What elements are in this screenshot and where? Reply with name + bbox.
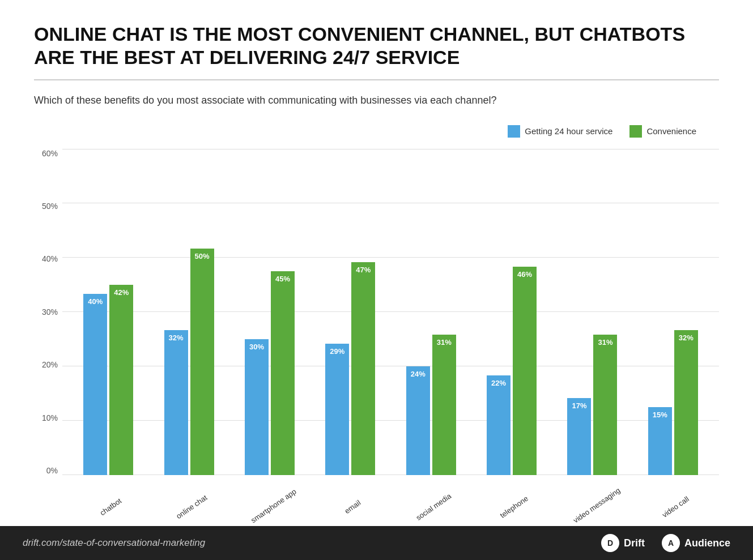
bar-pair: 32%50% <box>164 249 214 475</box>
x-axis-label: online chat <box>169 489 215 525</box>
bar-blue: 40% <box>83 294 107 475</box>
bar-blue: 22% <box>487 375 510 475</box>
main-content: ONLINE CHAT IS THE MOST CONVENIENT CHANN… <box>0 0 753 526</box>
bar-green: 50% <box>190 249 214 475</box>
bar-label-green: 50% <box>190 252 214 260</box>
bar-blue: 29% <box>325 344 349 475</box>
x-axis-label: chatbot <box>88 489 134 525</box>
bar-label-blue: 15% <box>648 411 672 419</box>
bar-green: 47% <box>351 262 375 475</box>
bar-pair: 22%46% <box>487 267 537 475</box>
legend-item-blue: Getting 24 hour service <box>508 125 612 138</box>
bar-blue: 30% <box>245 339 269 475</box>
bar-label-blue: 30% <box>245 343 269 351</box>
bar-label-green: 46% <box>513 270 537 279</box>
bar-label-blue: 32% <box>164 334 188 342</box>
x-axis-label: social media <box>411 489 457 525</box>
bar-label-green: 32% <box>674 334 698 342</box>
x-axis-label: email <box>330 489 376 525</box>
chart-area: Getting 24 hour service Convenience 60%5… <box>34 125 719 515</box>
footer-logos: D Drift A Audience <box>601 534 730 552</box>
drift-logo-icon: D <box>601 534 619 552</box>
audience-logo-icon: A <box>662 534 680 552</box>
legend-label-green: Convenience <box>646 126 696 136</box>
x-axis-label: smartphone app <box>249 489 295 525</box>
bar-group: 32%50% <box>164 249 214 475</box>
bar-label-blue: 17% <box>567 401 591 410</box>
bar-label-green: 47% <box>351 266 375 274</box>
subtitle: Which of these benefits do you most asso… <box>34 93 719 108</box>
bar-label-green: 42% <box>109 288 133 297</box>
y-axis: 60%50%40%30%20%10%0% <box>34 143 62 515</box>
audience-logo-text: Audience <box>684 537 730 549</box>
legend-label-blue: Getting 24 hour service <box>525 126 612 136</box>
y-axis-label: 60% <box>34 149 62 158</box>
bar-group: 40%42% <box>83 285 133 475</box>
legend-box-green <box>629 125 642 138</box>
page-title: ONLINE CHAT IS THE MOST CONVENIENT CHANN… <box>34 23 719 69</box>
y-axis-label: 40% <box>34 254 62 263</box>
bar-green: 46% <box>513 267 537 475</box>
bar-pair: 15%32% <box>648 330 698 475</box>
y-axis-label: 30% <box>34 307 62 317</box>
x-labels: chatbotonline chatsmartphone appemailsoc… <box>62 475 719 515</box>
y-axis-label: 0% <box>34 466 62 475</box>
footer-url: drift.com/state-of-conversational-market… <box>23 537 205 549</box>
bar-pair: 30%45% <box>245 271 295 475</box>
bar-label-blue: 24% <box>406 370 430 378</box>
chart-body: 40%42%32%50%30%45%29%47%24%31%22%46%17%3… <box>62 143 719 515</box>
legend-box-blue <box>508 125 520 138</box>
bar-pair: 40%42% <box>83 285 133 475</box>
x-axis-label: video messaging <box>572 489 618 525</box>
bar-group: 17%31% <box>567 335 617 475</box>
bar-green: 32% <box>674 330 698 475</box>
footer: drift.com/state-of-conversational-market… <box>0 526 753 560</box>
y-axis-label: 50% <box>34 202 62 211</box>
bar-green: 42% <box>109 285 133 475</box>
x-axis-label: video call <box>653 489 699 525</box>
bar-label-blue: 40% <box>83 297 107 306</box>
bar-group: 15%32% <box>648 330 698 475</box>
chart-container: 60%50%40%30%20%10%0% 40%42%32%50%30%45%2… <box>34 143 719 515</box>
audience-logo: A Audience <box>662 534 730 552</box>
bar-label-green: 45% <box>271 275 295 283</box>
bar-pair: 17%31% <box>567 335 617 475</box>
bar-blue: 15% <box>648 407 672 475</box>
bar-green: 31% <box>432 335 456 475</box>
bar-label-blue: 29% <box>325 347 349 356</box>
legend-item-green: Convenience <box>629 125 696 138</box>
bar-label-green: 31% <box>593 338 617 347</box>
bar-pair: 24%31% <box>406 335 456 475</box>
divider <box>34 79 719 80</box>
bar-label-green: 31% <box>432 338 456 347</box>
bar-group: 30%45% <box>245 271 295 475</box>
chart-legend: Getting 24 hour service Convenience <box>508 125 696 138</box>
bar-label-blue: 22% <box>487 379 510 387</box>
bar-group: 29%47% <box>325 262 375 475</box>
bar-green: 31% <box>593 335 617 475</box>
bars-area: 40%42%32%50%30%45%29%47%24%31%22%46%17%3… <box>62 149 719 475</box>
x-axis-label: telephone <box>491 489 537 525</box>
bar-group: 24%31% <box>406 335 456 475</box>
bar-green: 45% <box>271 271 295 475</box>
bar-blue: 24% <box>406 366 430 475</box>
y-axis-label: 20% <box>34 360 62 369</box>
bar-blue: 17% <box>567 398 591 475</box>
drift-logo: D Drift <box>601 534 645 552</box>
bar-group: 22%46% <box>487 267 537 475</box>
bar-pair: 29%47% <box>325 262 375 475</box>
bar-blue: 32% <box>164 330 188 475</box>
drift-logo-text: Drift <box>624 537 645 549</box>
y-axis-label: 10% <box>34 413 62 422</box>
